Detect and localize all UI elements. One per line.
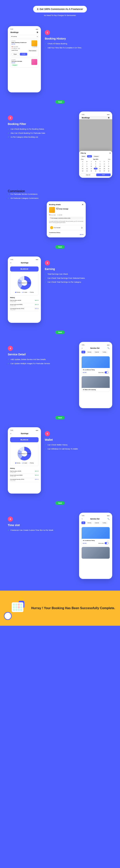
tab-category[interactable]: Category [93,155,100,157]
search-icon[interactable]: 🔍 [107,347,110,349]
service-image [49,207,55,213]
step-number: 4 [8,346,13,351]
next-badge: Next [55,416,65,420]
service-name: AC Water dish cleaning [83,389,109,390]
apply-button[interactable]: Apply [96,174,111,176]
step-number: 5 [45,431,50,436]
service-card[interactable]: Air conditioner fitting⋮ $12.00 Active s… [82,527,110,546]
time-icon: 🕐 6:00 PM [32,46,37,48]
service-price: $12.00 [83,372,86,373]
filter-icon[interactable]: ⚙ [108,117,110,119]
check-icon: ✓ [45,273,47,275]
back-icon[interactable]: ‹ [10,262,11,264]
header-subtitle: No Need To Pay Charges To Servicemen [0,14,120,17]
booking-card[interactable]: #15263 Deep cleaning of bathroom $12.15 … [10,39,38,57]
total-earnings: $6,263.02 [10,267,38,272]
filter-modal: Filter by✕ Status Date Category ‹ Aug Se… [79,151,112,178]
history-row[interactable]: Paid by admin #122514 Aug, 2023$22.00 [10,299,38,303]
screen-title: Earnings [21,433,28,434]
chart-legend: Cleaning Ac repair Painting [11,462,37,464]
feature-title: Booking History [45,37,112,40]
service-card[interactable] [82,547,110,559]
back-icon[interactable]: ‹ [10,433,11,434]
section-4: 9:41●●● ‹Service list🔍 All Cleaning Carp… [0,338,120,412]
tab-cooking[interactable]: Cooking [101,351,108,353]
filter-icon[interactable]: ⚙ [37,31,38,33]
commission-section: Commission ✓For Particular Service Commi… [0,182,120,241]
back-icon[interactable]: ‹ [82,347,82,349]
phone-bookings: 9:41●●● Bookings⚙ All booking▾ #15263 De… [8,26,41,92]
check-icon: ✓ [8,197,9,199]
service-name: Full body massage [56,208,68,210]
screen-title: Bookings [10,31,19,33]
reject-button[interactable]: Reject [11,53,19,56]
history-row[interactable]: House hold work #325612 Aug, 2023$31.23 [10,474,38,478]
status-tag: Accepted [11,64,18,66]
tab-cleaning[interactable]: Cleaning [86,521,93,524]
check-icon: ✓ [45,46,47,49]
tab-cooking[interactable]: Cooking [101,521,108,524]
history-row[interactable]: Paid by admin #122514 Aug, 2023$22.00 [10,470,38,474]
filter-dropdown[interactable]: All booking▾ [10,35,38,38]
tab-all[interactable]: All [82,351,85,353]
close-icon[interactable]: ✕ [82,204,83,206]
service-image [31,59,37,65]
booking-details-card: Booking details✕ #5963 Full body massage… [47,202,86,238]
time-label: 🕐 6:00 PM [57,214,62,216]
feature-block: 6 Time slot ✓Freelancer Can Create Custo… [8,513,75,533]
history-label: Commission history [49,232,83,233]
next-month[interactable]: Oct › [108,159,111,160]
search-icon[interactable]: 🔍 [107,518,110,520]
more-icon[interactable]: ⋮ [107,369,109,371]
service-name: Air conditioner fitting [83,540,95,541]
tab-carpenter[interactable]: Carpenter [93,521,100,524]
check-icon: ✓ [45,448,47,450]
back-icon[interactable]: ‹ [82,518,82,520]
history-row[interactable]: House hold work #325612 Aug, 2023$31.23 [10,303,38,307]
feature-block: 4 Service Detail ✓Add, Update, Delete Se… [8,342,75,366]
feature-block: 5 Wallet ✓Can Check Wallet History. ✓Can… [45,427,112,452]
chevron-right-icon[interactable]: › [82,226,82,229]
calendar[interactable]: SMTWTFS 1234567 891011121314 15161718192… [81,161,111,172]
card-title: Booking details [49,204,61,206]
service-card[interactable]: AC Water dish cleaning [82,376,110,392]
tab-status[interactable]: Status [81,155,86,157]
date-icon: 📅 6 Sep 2023 [11,46,18,48]
chart-legend: Cleaning Ac repair Painting [11,291,37,293]
section-1: 9:41●●● Bookings⚙ All booking▾ #15263 De… [0,22,120,96]
more-icon[interactable]: ⋮ [107,540,109,541]
clear-button[interactable]: Clear all [81,174,95,176]
check-icon: ✓ [8,132,9,134]
tab-cleaning[interactable]: Cleaning [86,351,93,353]
status-toggle[interactable] [104,542,109,544]
check-icon: ✓ [8,193,9,195]
tab-date[interactable]: Date [87,155,92,157]
history-row[interactable]: Commercial laundry #74129 Aug, 2023$35.2… [10,307,38,311]
history-row[interactable]: Commercial laundry #74129 Aug, 2023$35.2… [10,478,38,482]
close-icon[interactable]: ✕ [110,152,111,154]
tab-carpenter[interactable]: Carpenter [93,351,100,353]
service-name: Air conditioner fitting [83,369,95,371]
next-badge: Next [55,100,65,104]
next-badge: Next [55,331,65,334]
service-image [82,356,110,368]
footer-banner: Hurray ! Your Booking Has Been Successfu… [0,591,120,626]
service-image [31,40,37,46]
booking-card[interactable]: #12368 Full body massage $15.23 Accepted [10,58,38,67]
service-image [82,547,110,559]
service-image [82,376,110,388]
accept-button[interactable]: Accept [20,53,27,56]
check-icon: ✓ [8,128,9,130]
footer-illustration [4,596,27,620]
prev-month[interactable]: ‹ Aug [81,159,83,160]
avatar [50,226,53,229]
check-icon: ✓ [45,444,47,446]
phone-services: 9:41●●● ‹Service list🔍 All Cleaning Carp… [79,342,112,408]
tab-all[interactable]: All [82,521,85,524]
service-card[interactable]: Air conditioner fitting⋮ $12.00 Active s… [82,356,110,375]
status-toggle[interactable] [104,371,109,373]
customer-name: Javeed Khong [11,50,18,52]
status-label: Active status [98,372,104,373]
check-icon: ✓ [8,362,9,365]
date-label: 📅 6 Oct, 2023 [49,214,56,216]
